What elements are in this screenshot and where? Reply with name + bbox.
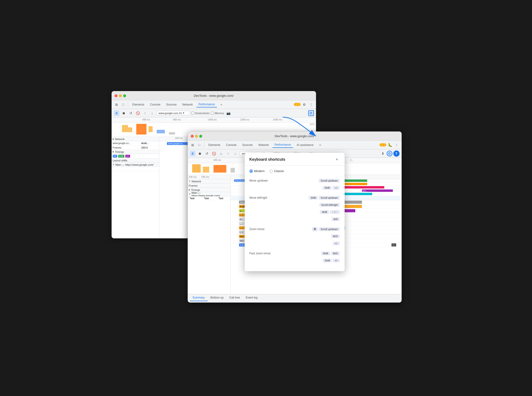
ks-updown-row-1: Move up/down Scroll up/down — [249, 178, 340, 184]
task1-label: Task — [190, 197, 195, 200]
more-icon-bg[interactable]: ⋮ — [308, 102, 314, 107]
classic-radio-label[interactable]: Classic — [269, 169, 284, 173]
scroll-zoom-key: Scroll up/down — [319, 227, 340, 231]
network-label-fg: Network — [191, 180, 201, 183]
bottom-tab-calltree-fg[interactable]: Call tree — [226, 295, 243, 301]
maximize-button-bg[interactable] — [123, 94, 126, 97]
device-icon-fg[interactable]: □ — [196, 142, 202, 148]
sidebar-bg: ▶ Network www.google.co... deskt... Fram… — [112, 137, 159, 239]
tab-ai-fg[interactable]: AI assistance — [294, 142, 316, 148]
tab-toolbar-fg: ⊞ □ Elements Console Sources Network Per… — [188, 141, 402, 149]
tab-elements-bg[interactable]: Elements — [130, 102, 147, 107]
download-bg[interactable]: ↓ — [149, 110, 155, 116]
reload-bg[interactable]: ↺ — [128, 110, 134, 116]
modern-radio-label[interactable]: Modern — [249, 169, 265, 173]
svg-rect-1 — [128, 127, 132, 132]
ks-fastzoom-row-2: Shift +/- — [249, 257, 340, 264]
warning-badge-bg[interactable]: ⚠ 1 — [294, 103, 300, 106]
reload-fg[interactable]: ↺ — [204, 151, 210, 156]
filter-icon-fg[interactable]: ⬇ — [380, 151, 386, 156]
record-button-fg[interactable]: ⏸ — [190, 151, 195, 156]
bottom-tabs-fg: Summary Bottom-up Call tree Event log — [188, 294, 402, 301]
tab-sources-bg[interactable]: Sources — [164, 102, 179, 107]
device-icon[interactable]: □ — [120, 102, 126, 107]
window-title-fg: DevTools - www.google.com/ — [275, 134, 314, 138]
tab-sources-fg[interactable]: Sources — [240, 142, 255, 148]
ks-close-button[interactable]: × — [334, 157, 340, 162]
ms-196: 196 ms — [201, 176, 209, 178]
maximize-button-fg[interactable] — [199, 135, 202, 138]
window-title-bg: DevTools - www.google.com/ — [194, 94, 234, 98]
ks-updown-row-2: Shift ↑/↓ — [249, 185, 340, 191]
tab-elements-fg[interactable]: Elements — [206, 142, 223, 148]
warning-badge-fg[interactable]: ⚠ 1 — [379, 143, 386, 146]
settings-icon-bg[interactable]: ⚙ — [301, 102, 307, 107]
upload-bg[interactable]: ↑ — [142, 110, 148, 116]
shift-key-lr2: Shift — [320, 210, 329, 214]
ks-lr-row-1: Move left/right Shift Scroll up/down — [249, 195, 340, 201]
more-icon-fg[interactable]: ⋮ — [394, 142, 400, 148]
bug-icon-fg[interactable]: 🐛 — [387, 142, 393, 148]
close-button-bg[interactable] — [115, 94, 118, 97]
home-fg[interactable]: ⌂ — [218, 151, 224, 156]
ks-lr-keys-1: Shift Scroll up/down — [309, 196, 340, 200]
tab-network-fg[interactable]: Network — [256, 142, 271, 148]
fp-badge: FP — [113, 155, 118, 157]
scroll-updown-key-1: Scroll up/down — [319, 179, 340, 183]
upload-fg[interactable]: ↑ — [225, 151, 231, 156]
modern-radio[interactable] — [249, 169, 253, 173]
close-button-fg[interactable] — [191, 135, 194, 138]
tab-performance-bg[interactable]: Performance — [196, 102, 217, 107]
task-row-bg-1 — [112, 167, 159, 171]
memory-check-bg[interactable]: Memory — [211, 112, 224, 115]
bottom-tab-summary-fg[interactable]: Summary — [190, 295, 208, 301]
bottom-tab-eventlog-fg[interactable]: Event log — [243, 295, 260, 301]
ks-move-leftright-section: Move left/right Shift Scroll up/down Scr… — [249, 195, 340, 222]
classic-radio[interactable] — [269, 169, 273, 173]
traffic-lights-bg[interactable] — [115, 94, 126, 97]
tab-performance-fg[interactable]: Performance — [272, 142, 294, 148]
svg-rect-10 — [231, 168, 235, 173]
minimize-button-bg[interactable] — [119, 94, 122, 97]
tab-more-fg[interactable]: » — [317, 142, 323, 148]
timings-tri-bg: ▶ — [113, 151, 114, 153]
tab-console-fg[interactable]: Console — [224, 142, 239, 148]
ks-body: Modern Classic Move up/down Scroll up/do… — [245, 165, 345, 271]
clear-bg[interactable]: 🚫 — [135, 110, 141, 116]
separator-fg — [204, 143, 204, 147]
inspect-icon-fg[interactable]: ⊞ — [190, 142, 195, 148]
screenshots-check-bg[interactable]: Screenshots — [191, 112, 210, 115]
inspect-icon[interactable]: ⊞ — [114, 102, 119, 107]
screenshots-checkbox-bg[interactable] — [191, 112, 194, 115]
url-selector-bg[interactable]: www.google.com #1 ▾ — [156, 111, 190, 115]
record-circle-fg[interactable]: ⏺ — [197, 151, 203, 156]
tab-console-bg[interactable]: Console — [148, 102, 163, 107]
scroll-updown-key-lr: Scroll up/down — [319, 196, 340, 200]
ks-zoom-keys-3: +/- — [333, 241, 340, 245]
record-circle-bg[interactable]: ⏺ — [121, 110, 126, 116]
ks-fastzoom-row-1: Fast zoom in/out Shift W/S — [249, 250, 340, 256]
traffic-lights-fg[interactable] — [191, 135, 202, 138]
task-label-row: Task Task Task — [188, 196, 231, 201]
ks-updown-keys-1: Scroll up/down — [319, 179, 340, 183]
bottom-tab-bottomup-fg[interactable]: Bottom-up — [208, 295, 226, 301]
minimize-button-fg[interactable] — [195, 135, 198, 138]
svg-rect-8 — [203, 167, 209, 173]
gear-icon-fg[interactable]: ⚙ — [387, 151, 392, 156]
screenshot-icon-bg[interactable]: 📷 — [225, 110, 231, 116]
ks-zoom-row-3: +/- — [249, 240, 340, 246]
fcp-badge: FCP — [118, 155, 124, 157]
timings-header-bg: ▶ Timings — [112, 150, 159, 154]
memory-checkbox-bg[interactable] — [211, 112, 214, 115]
question-icon-fg[interactable]: ? — [393, 151, 400, 157]
record-button-bg[interactable]: ⏸ — [114, 110, 119, 116]
ms-labels-fg: 146 ms 196 ms — [188, 175, 231, 179]
clear-fg[interactable]: 🚫 — [211, 151, 217, 156]
t1-bg: 198 ms — [175, 137, 183, 140]
tab-more-bg[interactable]: » — [218, 102, 225, 107]
modern-label: Modern — [254, 169, 265, 173]
gear-icon-bg[interactable]: ⚙ — [308, 110, 314, 116]
tab-network-bg[interactable]: Network — [180, 102, 195, 107]
download-fg[interactable]: ↓ — [233, 151, 238, 156]
ks-lr-row-4: A/D — [249, 216, 340, 222]
